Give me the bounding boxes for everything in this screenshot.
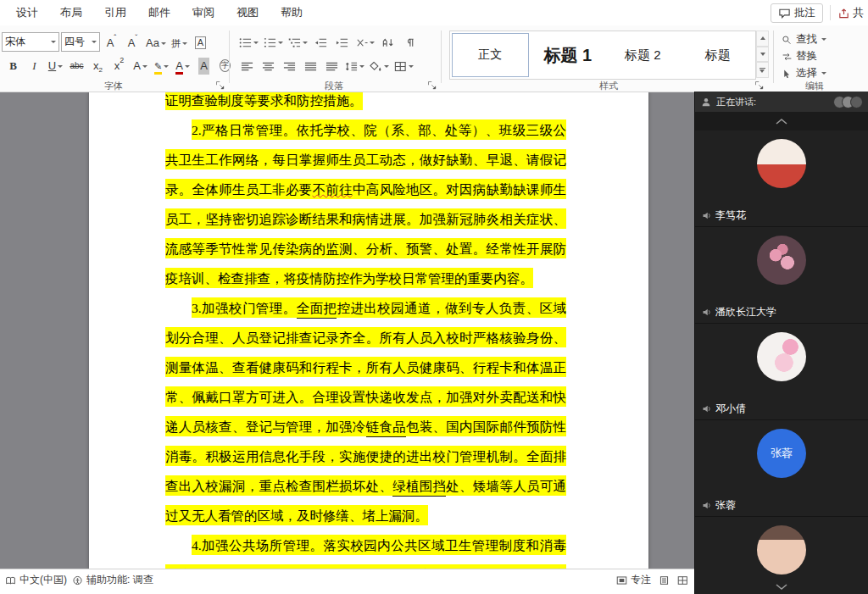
participant-tile[interactable]: 潘欣长江大学 xyxy=(695,227,868,324)
participant-tile[interactable]: 李笃花 xyxy=(695,130,868,227)
enclose-character-button[interactable]: 字 xyxy=(215,56,235,75)
menu-tab[interactable]: 布局 xyxy=(49,0,93,25)
participants-scroll-down[interactable] xyxy=(695,580,868,592)
accessibility-status[interactable]: 辅助功能: 调查 xyxy=(72,573,153,587)
menu-tab[interactable]: 审阅 xyxy=(181,0,225,25)
text-highlight-button[interactable]: ✎ xyxy=(152,56,171,75)
paragraph-row-2 xyxy=(237,56,415,75)
highlighted-text: 中高风险地区。对因病缺勤缺课师生 xyxy=(353,179,566,199)
divider xyxy=(830,5,831,20)
line-spacing-button[interactable] xyxy=(343,56,366,75)
gallery-scroll-down-icon[interactable] xyxy=(756,47,769,63)
highlighted-text: 3.加强校门管理。 xyxy=(192,297,297,318)
chevron-down-icon xyxy=(370,42,375,44)
out-icon xyxy=(314,37,327,48)
bullet-list-button[interactable] xyxy=(237,32,260,51)
text-line: 3.加强校门管理。全面把控进出校园通道，做到专人负责、区域 xyxy=(165,292,566,322)
find-button[interactable]: 查找 xyxy=(782,32,826,47)
font-color-button[interactable]: A xyxy=(173,56,192,75)
participants-scroll-up[interactable] xyxy=(695,114,868,129)
decrease-indent-button[interactable] xyxy=(311,32,331,51)
highlighted-text: 处、矮墙等人员可通 xyxy=(446,475,566,496)
font-dialog-launcher-icon[interactable] xyxy=(215,80,225,91)
chevron-down-icon xyxy=(384,65,389,68)
italic-button[interactable]: I xyxy=(25,56,44,75)
style-item[interactable]: 标题 2 xyxy=(605,31,681,79)
paragraph-dialog-launcher-icon[interactable] xyxy=(427,80,437,91)
ald-icon xyxy=(326,61,338,72)
highlighted-text: 常、佩戴口罩方可进入。合理设置快递收发点，加强对外卖配送和快 xyxy=(165,386,566,407)
menu-tabs: 设计布局引用邮件审阅视图帮助 xyxy=(0,0,314,25)
character-shading-button[interactable]: A xyxy=(194,56,214,75)
chevron-down-icon xyxy=(182,42,187,45)
font-row-2: BIUabcx2x2A✎AA字 xyxy=(3,56,235,75)
meeting-header[interactable]: 正在讲话: xyxy=(695,92,868,112)
highlighted-text: 测量体温、查看健康码和行程卡，所有人员健康码、行程卡和体温正 xyxy=(165,357,566,377)
underline-button[interactable]: U xyxy=(46,56,65,75)
shading-button[interactable] xyxy=(368,56,391,75)
change-case-button[interactable]: Aa xyxy=(144,33,168,52)
sort-button[interactable] xyxy=(378,32,398,51)
avatar-baby-icon xyxy=(757,525,806,575)
align-center-button[interactable] xyxy=(259,56,278,75)
alr-icon xyxy=(283,61,296,72)
menu-tab[interactable]: 邮件 xyxy=(137,0,181,25)
multilevel-list-button[interactable] xyxy=(287,32,309,51)
gallery-more-icon[interactable] xyxy=(756,62,769,78)
share-button[interactable]: 共 xyxy=(837,6,866,20)
menu-tab[interactable]: 视图 xyxy=(225,0,270,25)
increase-indent-button[interactable] xyxy=(332,32,352,51)
spk-icon xyxy=(702,404,712,414)
participant-tile[interactable]: 张蓉张蓉 xyxy=(695,420,868,517)
participant-tile[interactable]: 邓小倩 xyxy=(695,324,868,420)
replace-button[interactable]: 替换 xyxy=(782,49,826,64)
justify-button[interactable] xyxy=(301,56,320,75)
spk-icon xyxy=(702,308,712,317)
shrink-font-button[interactable]: Aˇ xyxy=(123,33,142,52)
phonetic-guide-button[interactable]: 拼 xyxy=(170,33,189,52)
styles-dialog-launcher-icon[interactable] xyxy=(754,80,765,91)
menu-tab[interactable]: 设计 xyxy=(5,0,49,25)
style-item[interactable]: 标题 1 xyxy=(531,31,606,79)
superscript-button[interactable]: x2 xyxy=(109,56,129,75)
highlighted-text: 证明查验制度等要求和防控措施。 xyxy=(165,92,363,110)
distribute-button[interactable] xyxy=(322,56,342,75)
spk-icon xyxy=(702,211,712,220)
font-size-combo[interactable]: 四号 xyxy=(61,32,100,52)
text-effects-button[interactable]: A xyxy=(131,56,150,75)
grow-font-button[interactable]: Aˆ xyxy=(102,33,121,52)
alc-icon xyxy=(262,61,275,72)
style-item[interactable]: 正文 xyxy=(452,33,529,77)
focus-mode-button[interactable]: 专注 xyxy=(616,573,651,587)
numbered-list-button[interactable] xyxy=(262,32,285,51)
text-line: 划分合理、人员登记排查记录齐全。所有人员入校时严格核验身份、 xyxy=(165,322,566,352)
chevron-down-icon xyxy=(359,65,364,68)
show-marks-button[interactable] xyxy=(399,32,419,51)
select-button[interactable]: 选择 xyxy=(782,66,826,80)
character-border-button[interactable]: A xyxy=(191,33,210,52)
menu-tab[interactable]: 帮助 xyxy=(270,0,314,25)
group-divider xyxy=(229,31,230,83)
highlighted-text-underlined: 不前往 xyxy=(313,179,353,199)
strikethrough-button[interactable]: abc xyxy=(67,56,86,75)
read-mode-icon[interactable] xyxy=(659,575,670,586)
bold-button[interactable]: B xyxy=(3,56,23,75)
asian-layout-button[interactable] xyxy=(353,32,376,51)
highlighted-text: 流感等季节性常见传染病的监测、分析、预警、处置。经常性开展防 xyxy=(165,238,566,258)
print-layout-icon[interactable] xyxy=(677,575,688,586)
borders-button[interactable] xyxy=(392,56,415,75)
highlighted-text: 划分合理、人员登记排查记录齐全。所有人员入校时严格核验身份、 xyxy=(165,327,566,347)
language-status[interactable]: 中文(中国) xyxy=(5,573,67,587)
gallery-scroll-up-icon[interactable] xyxy=(756,31,769,47)
subscript-button[interactable]: x2 xyxy=(88,56,108,75)
comments-button[interactable]: 批注 xyxy=(771,3,823,23)
font-name-combo[interactable]: 宋体 xyxy=(2,32,59,52)
align-left-button[interactable] xyxy=(237,56,257,75)
style-item[interactable]: 标题 xyxy=(681,31,756,79)
document-page[interactable]: 证明查验制度等要求和防控措施。2.严格日常管理。依托学校、院（系、部、处等）、班… xyxy=(89,92,648,569)
align-right-button[interactable] xyxy=(280,56,299,75)
text-line: 流感等季节性常见传染病的监测、分析、预警、处置。经常性开展防 xyxy=(165,233,566,263)
font-row-1: 宋体四号AˆAˇAa拼A xyxy=(2,32,210,52)
menu-tab[interactable]: 引用 xyxy=(93,0,137,25)
chevron-down-icon xyxy=(821,72,826,75)
